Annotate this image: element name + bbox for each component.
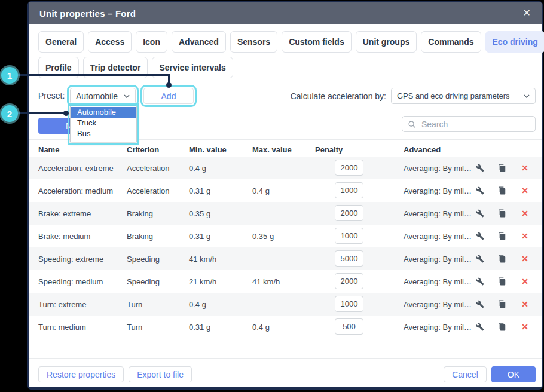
preset-select[interactable]: Automobile [70, 88, 136, 104]
delete-icon[interactable]: ✕ [519, 208, 530, 219]
search-box[interactable] [402, 116, 536, 132]
settings-wrench-icon[interactable] [475, 299, 485, 310]
tab-general[interactable]: General [38, 31, 84, 53]
close-icon[interactable]: ✕ [523, 8, 531, 18]
callout-dot-1 [166, 82, 172, 88]
calc-acceleration-select[interactable]: GPS and eco driving parameters [391, 88, 536, 104]
copy-icon[interactable] [497, 299, 508, 310]
row-min-value: 0.4 g [189, 164, 206, 173]
penalty-input[interactable] [335, 273, 363, 289]
settings-wrench-icon[interactable] [475, 253, 485, 264]
row-advanced: Averaging: By mil… [404, 209, 472, 218]
tab-unit-groups[interactable]: Unit groups [356, 31, 417, 53]
copy-icon[interactable] [497, 231, 508, 241]
table-row: Speeding: extreme Speeding 41 km/h Avera… [29, 247, 542, 270]
tab-advanced[interactable]: Advanced [172, 31, 226, 53]
preset-label: Preset: [38, 88, 65, 104]
callout-badge-1: 1 [1, 67, 18, 84]
penalty-input[interactable] [335, 296, 363, 312]
settings-wrench-icon[interactable] [475, 208, 485, 219]
settings-wrench-icon[interactable] [475, 231, 485, 241]
row-advanced: Averaging: By mil… [404, 186, 472, 195]
table-row: Acceleration: medium Acceleration 0.31 g… [29, 179, 542, 202]
delete-icon[interactable]: ✕ [519, 276, 530, 287]
row-min-value: 0.31 g [189, 323, 210, 332]
table-row: Turn: medium Turn 0.31 g 0.4 g Averaging… [29, 316, 542, 338]
column-header-max-value: Max. value [252, 145, 292, 154]
stage: Unit properties – Ford ✕ General Access … [0, 0, 544, 392]
row-criterion: Turn [127, 323, 142, 332]
penalty-input[interactable] [335, 250, 363, 267]
penalty-input[interactable] [335, 160, 363, 176]
settings-wrench-icon[interactable] [475, 163, 485, 173]
row-name: Acceleration: extreme [38, 164, 114, 173]
row-advanced: Averaging: By mil… [404, 255, 472, 264]
row-criterion: Acceleration [127, 164, 170, 173]
settings-wrench-icon[interactable] [475, 321, 485, 332]
tab-custom-fields[interactable]: Custom fields [282, 31, 352, 53]
row-min-value: 0.31 g [189, 186, 210, 195]
copy-icon[interactable] [497, 321, 508, 332]
penalty-input[interactable] [335, 182, 363, 198]
copy-icon[interactable] [497, 185, 508, 196]
row-criterion: Braking [127, 209, 153, 218]
penalty-input[interactable] [335, 205, 363, 221]
settings-wrench-icon[interactable] [475, 276, 485, 287]
delete-icon[interactable]: ✕ [519, 321, 530, 332]
row-min-value: 0.4 g [189, 300, 206, 309]
restore-properties-button[interactable]: Restore properties [38, 366, 124, 382]
menu-item-bus[interactable]: Bus [71, 128, 136, 139]
tab-sensors[interactable]: Sensors [230, 31, 277, 53]
copy-icon[interactable] [497, 208, 508, 219]
delete-icon[interactable]: ✕ [519, 231, 530, 241]
callout-line-1 [17, 74, 169, 76]
row-min-value: 41 km/h [189, 255, 216, 264]
add-preset-button[interactable]: Add [143, 88, 194, 104]
delete-icon[interactable]: ✕ [519, 299, 530, 310]
row-criterion: Braking [127, 232, 153, 241]
delete-icon[interactable]: ✕ [519, 163, 530, 173]
menu-item-automobile[interactable]: Automobile [71, 107, 136, 118]
chevron-down-icon [524, 94, 530, 98]
row-min-value: 0.31 g [189, 232, 210, 241]
preset-dropdown-menu: Automobile Truck Bus [70, 106, 137, 142]
row-max-value: 0.4 g [252, 323, 270, 332]
table-row: Brake: extreme Braking 0.35 g Averaging:… [29, 202, 542, 225]
menu-item-truck[interactable]: Truck [71, 118, 136, 128]
export-to-file-button[interactable]: Export to file [129, 366, 192, 382]
copy-icon[interactable] [497, 276, 508, 287]
dialog-footer: Restore properties Export to file Cancel… [38, 366, 536, 382]
row-criterion: Speeding [127, 255, 160, 264]
tab-commands[interactable]: Commands [421, 31, 481, 53]
row-advanced: Averaging: By mil… [404, 300, 472, 309]
row-name: Brake: medium [38, 232, 90, 241]
chevron-down-icon [124, 94, 130, 98]
copy-icon[interactable] [497, 163, 508, 173]
tab-eco-driving[interactable]: Eco driving [485, 31, 544, 53]
penalty-input[interactable] [335, 228, 363, 244]
row-name: Brake: extreme [38, 209, 91, 218]
row-name: Speeding: extreme [38, 255, 103, 264]
penalty-input[interactable] [335, 318, 363, 335]
calc-acceleration-value: GPS and eco driving parameters [397, 91, 510, 100]
ok-button[interactable]: OK [491, 366, 536, 382]
tab-access[interactable]: Access [88, 31, 132, 53]
delete-icon[interactable]: ✕ [519, 185, 530, 196]
row-max-value: 0.4 g [252, 186, 270, 195]
criteria-table: Acceleration: extreme Acceleration 0.4 g… [29, 157, 542, 338]
column-header-min-value: Min. value [189, 145, 227, 154]
calc-acceleration-label: Calculate acceleration by: [291, 91, 386, 101]
divider [29, 358, 542, 359]
search-input[interactable] [420, 119, 530, 130]
copy-icon[interactable] [497, 253, 508, 264]
footer-right-group: Cancel OK [444, 366, 536, 382]
row-max-value: 0.35 g [252, 232, 274, 241]
search-icon [408, 120, 416, 128]
callout-dot-2 [63, 111, 69, 116]
row-name: Speeding: medium [38, 277, 103, 286]
tab-icon[interactable]: Icon [136, 31, 167, 53]
cancel-button[interactable]: Cancel [444, 366, 487, 382]
callout-line-2 [17, 112, 66, 114]
delete-icon[interactable]: ✕ [519, 253, 530, 264]
settings-wrench-icon[interactable] [475, 185, 485, 196]
